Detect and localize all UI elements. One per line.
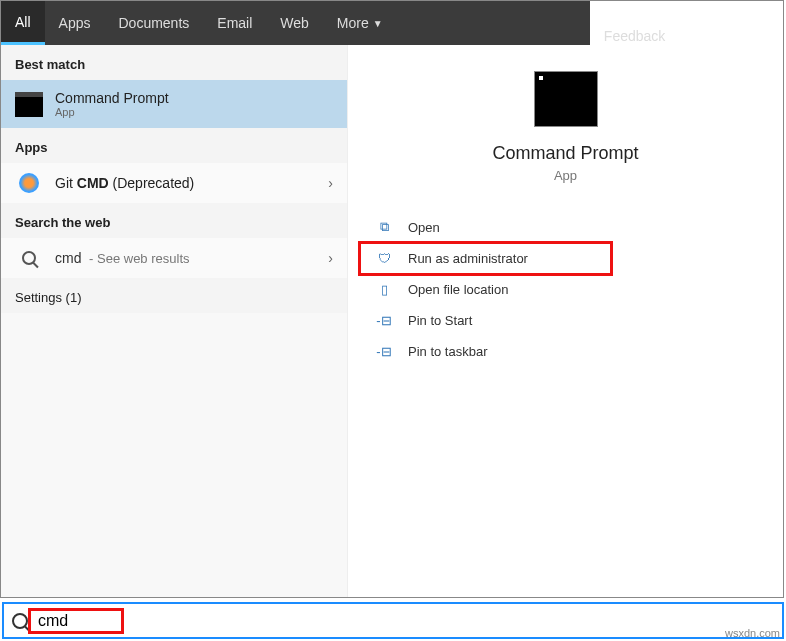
header-apps: Apps bbox=[1, 128, 347, 163]
preview-panel: Command Prompt App ⧉ Open 🛡 Run as admin… bbox=[348, 45, 783, 597]
overflow-menu-button[interactable]: ⋯ bbox=[679, 28, 725, 44]
command-prompt-icon bbox=[15, 92, 43, 117]
web-suffix: - See web results bbox=[81, 251, 189, 266]
tab-documents[interactable]: Documents bbox=[104, 1, 203, 45]
folder-icon: ▯ bbox=[374, 282, 394, 297]
tab-more-label: More bbox=[337, 15, 369, 31]
results-panel: Best match Command Prompt App Apps Git C… bbox=[1, 45, 348, 597]
chevron-down-icon: ▼ bbox=[373, 18, 383, 29]
result-best-match[interactable]: Command Prompt App bbox=[1, 80, 347, 128]
feedback-button[interactable]: Feedback bbox=[590, 28, 679, 44]
search-icon bbox=[12, 613, 28, 629]
action-label: Open file location bbox=[408, 282, 508, 297]
pin-icon: -⊟ bbox=[374, 313, 394, 328]
git-prefix: Git bbox=[55, 175, 77, 191]
preview-type: App bbox=[554, 168, 577, 183]
tab-apps[interactable]: Apps bbox=[45, 1, 105, 45]
action-open-file-location[interactable]: ▯ Open file location bbox=[348, 274, 783, 305]
pin-icon: -⊟ bbox=[374, 344, 394, 359]
tab-more[interactable]: More ▼ bbox=[323, 1, 397, 45]
web-query: cmd bbox=[55, 250, 81, 266]
search-window: All Apps Documents Email Web More ▼ Feed… bbox=[0, 0, 784, 598]
command-prompt-icon-large bbox=[534, 71, 598, 127]
search-icon bbox=[22, 251, 36, 265]
header-best-match: Best match bbox=[1, 45, 347, 80]
actions-list: ⧉ Open 🛡 Run as administrator ▯ Open fil… bbox=[348, 211, 783, 367]
highlight-box bbox=[28, 608, 124, 634]
ellipsis-icon: ⋯ bbox=[695, 28, 709, 44]
search-input[interactable] bbox=[38, 612, 774, 630]
result-web-search[interactable]: cmd - See web results › bbox=[1, 238, 347, 278]
main-area: Best match Command Prompt App Apps Git C… bbox=[1, 45, 783, 597]
chevron-right-icon: › bbox=[328, 175, 333, 191]
result-subtitle: App bbox=[55, 106, 169, 118]
result-title: Command Prompt bbox=[55, 90, 169, 106]
header-settings[interactable]: Settings (1) bbox=[1, 278, 347, 313]
action-open[interactable]: ⧉ Open bbox=[348, 211, 783, 243]
result-git-cmd[interactable]: Git CMD (Deprecated) › bbox=[1, 163, 347, 203]
highlight-box bbox=[358, 241, 613, 276]
tab-web[interactable]: Web bbox=[266, 1, 323, 45]
action-label: Pin to taskbar bbox=[408, 344, 488, 359]
chevron-right-icon: › bbox=[328, 250, 333, 266]
header-search-web: Search the web bbox=[1, 203, 347, 238]
search-bar[interactable] bbox=[2, 602, 784, 639]
action-label: Open bbox=[408, 220, 440, 235]
tab-all[interactable]: All bbox=[1, 1, 45, 45]
git-suffix: (Deprecated) bbox=[109, 175, 195, 191]
filter-tabbar: All Apps Documents Email Web More ▼ Feed… bbox=[1, 1, 783, 45]
action-pin-to-start[interactable]: -⊟ Pin to Start bbox=[348, 305, 783, 336]
action-run-as-administrator[interactable]: 🛡 Run as administrator bbox=[348, 243, 783, 274]
open-icon: ⧉ bbox=[374, 219, 394, 235]
git-bold: CMD bbox=[77, 175, 109, 191]
action-pin-to-taskbar[interactable]: -⊟ Pin to taskbar bbox=[348, 336, 783, 367]
tab-email[interactable]: Email bbox=[203, 1, 266, 45]
preview-title: Command Prompt bbox=[492, 143, 638, 164]
watermark: wsxdn.com bbox=[725, 627, 780, 639]
git-icon bbox=[19, 173, 39, 193]
action-label: Pin to Start bbox=[408, 313, 472, 328]
